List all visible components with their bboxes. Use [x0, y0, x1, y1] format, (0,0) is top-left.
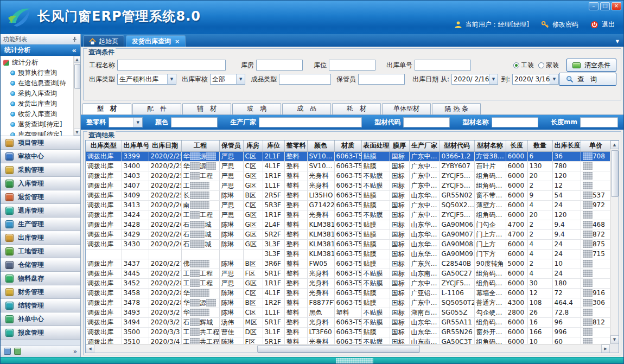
change-password-button[interactable]: 修改密码	[552, 20, 578, 29]
minimize-button[interactable]: –	[589, 2, 598, 10]
table-row[interactable]: 调拨出库34452020/2/27工██工程严思F区5R1F整料光身料6063-…	[86, 269, 610, 278]
table-row[interactable]: 调拨出库34132020/2/26南████严思C区5R3F整料G7142260…	[86, 200, 610, 210]
sidebar-menu-item[interactable]: 入库管理	[1, 177, 80, 190]
table-row[interactable]: 调拨出库34942020/3/2石██辉城汤伟M区5R1F整料光身料6063-T…	[86, 317, 610, 327]
sidebar-menu-item[interactable]: 报废管理	[1, 326, 80, 340]
sidebar-menu-item[interactable]: 退货管理	[1, 190, 80, 204]
material-tab[interactable]: 单体型材	[382, 103, 431, 114]
table-row[interactable]: 调拨出库34242020/2/26工██工程严思G区1R1F整料光身料6063-…	[86, 210, 610, 220]
profile-code-input[interactable]	[403, 117, 450, 127]
radio-home[interactable]	[538, 62, 544, 68]
table-row[interactable]: 调拨出库34292020/2/26石███城陈琳G区5R2F整料KLM38176…	[86, 229, 610, 239]
column-header[interactable]: 保管员	[219, 141, 243, 151]
color-input[interactable]	[171, 117, 218, 127]
material-tab[interactable]: 配 件	[132, 103, 181, 114]
manufacturer-input[interactable]	[259, 117, 362, 127]
column-header[interactable]: 型材名称	[474, 141, 506, 151]
sidebar-menu-item[interactable]: 采购管理	[1, 163, 80, 177]
material-tab[interactable]: 耗 材	[332, 103, 381, 114]
close-button[interactable]: ×	[612, 2, 621, 10]
table-row[interactable]: 调拨出库34302020/2/26石███城陈琳G区3L3F整料KLM38176…	[86, 239, 610, 249]
clear-conditions-button[interactable]: 清空条件	[566, 59, 616, 72]
column-header[interactable]: 材质	[334, 141, 361, 151]
more-buttons-icon[interactable]: »	[73, 348, 77, 355]
table-row[interactable]: 调拨出库34072020/2/25工████严思G区1L1F整料光身料6063-…	[86, 181, 610, 190]
material-tab[interactable]: 成 品	[282, 103, 331, 114]
product-type-input[interactable]	[279, 74, 331, 85]
scrollbar-thumb[interactable]	[257, 345, 420, 353]
sidebar-menu-item[interactable]: 项目管理	[1, 136, 80, 150]
scroll-up-icon[interactable]: ▲	[610, 141, 619, 149]
order-no-input[interactable]	[415, 60, 471, 71]
horizontal-scrollbar[interactable]: ◀ ▶	[86, 344, 610, 353]
project-name-input[interactable]	[117, 60, 226, 71]
sidebar-menu-item[interactable]: 财务管理	[1, 285, 80, 299]
search-button[interactable]: 查 询	[559, 73, 616, 86]
tree-item[interactable]: 采购入库查询	[3, 88, 73, 99]
tab[interactable]: 起始页	[83, 35, 124, 47]
close-tab-icon[interactable]: ×	[175, 38, 180, 45]
column-header[interactable]: 单价	[581, 141, 610, 151]
column-header[interactable]: 长度	[506, 141, 527, 151]
table-row[interactable]: 调拨出库35102020/3/4工██共工程陈琳F区5R1F整料光身料6063-…	[86, 337, 610, 344]
tab-overflow-icon[interactable]: ▼	[616, 39, 619, 44]
scroll-down-icon[interactable]: ▼	[610, 335, 619, 344]
table-row[interactable]: 调拨出库34002020/2/25华██源██严思C区4L1F整料SV10…60…	[86, 161, 610, 171]
column-header[interactable]: 颜色	[307, 141, 334, 151]
radio-industrial[interactable]	[513, 62, 519, 68]
tree-root[interactable]: 统计分析	[3, 58, 73, 68]
tree-item[interactable]: 收货入库查询	[3, 109, 73, 119]
tree-item[interactable]: 在途信息查询[待	[3, 78, 73, 88]
collapse-icon[interactable]: «	[72, 48, 77, 53]
sidebar-menu-item[interactable]: 工地管理	[1, 245, 80, 258]
material-tab[interactable]: 辅 材	[182, 103, 231, 114]
date-to-picker[interactable]: 2020/ 3/16 ▼	[512, 74, 559, 85]
tree-item[interactable]: 退货查询[待定]	[3, 119, 73, 130]
column-header[interactable]: 数量	[527, 141, 552, 151]
tree-item[interactable]: 发货出库查询	[3, 99, 73, 109]
date-from-picker[interactable]: 2020/ 2/16 ▼	[451, 74, 498, 85]
sidebar-menu-item[interactable]: 仓储管理	[1, 258, 80, 272]
material-tab[interactable]: 型 材	[82, 103, 131, 114]
table-row[interactable]: 调拨出库34032020/2/25工██工程严思G区1R1F整料光身料6063-…	[86, 171, 610, 181]
tab[interactable]: 发货出库查询 ×	[126, 35, 186, 47]
scroll-left-icon[interactable]: ◀	[86, 344, 94, 353]
material-tab[interactable]: 隔 热 条	[432, 103, 481, 114]
outbound-type-select[interactable]: 生产领料出库 ▼	[117, 74, 176, 85]
column-header[interactable]: 出库日期	[149, 141, 181, 151]
table-row[interactable]: 调拨出库34582020/2/28华████陈琳C区4L1F整料光身料6063-…	[86, 288, 610, 298]
tree-item[interactable]: 库存管理[待定]	[3, 130, 73, 136]
vertical-scrollbar[interactable]: ▲ ▼	[610, 141, 619, 344]
scrollbar-thumb[interactable]	[611, 150, 619, 197]
column-header[interactable]: 出库类型	[86, 141, 122, 151]
table-row[interactable]: 调拨出库34282020/2/26石███城陈琳G区2L4F整料KLM38176…	[86, 220, 610, 229]
location-input[interactable]	[329, 60, 375, 71]
column-header[interactable]: 表面处理	[361, 141, 390, 151]
scroll-down-icon[interactable]: ▼	[74, 129, 81, 136]
table-row[interactable]: 调拨出库34092020/2/25长████陈琳B区2R5F整料LI35HO60…	[86, 190, 610, 200]
sidebar-menu-item[interactable]: 补单中心	[1, 312, 80, 326]
length-input[interactable]	[580, 117, 618, 127]
table-row[interactable]: 调拨出库34372020/2/27佛████陈琳B区3R6F整料FW056063…	[86, 259, 610, 269]
warehouse-input[interactable]	[256, 60, 303, 71]
material-tab[interactable]: 玻 璃	[232, 103, 281, 114]
keeper-input[interactable]	[358, 74, 405, 85]
logout-button[interactable]: 退出	[602, 20, 615, 29]
scrollbar-thumb[interactable]	[74, 64, 80, 89]
table-row[interactable]: 3L3F整料KLM38176063-T5贴膜国标山东华…GA90M09…门下方6…	[86, 249, 610, 259]
table-row[interactable]: 调拨出库35002020/3/3工██共工程曹佳D区3L1F整料LT3F6060…	[86, 327, 610, 337]
sidebar-section-header[interactable]: 统计分析 «	[1, 44, 80, 56]
column-header[interactable]: 出库长度	[552, 141, 581, 151]
column-header[interactable]: 出库单号	[122, 141, 149, 151]
table-row[interactable]: 调拨出库34932020/3/2华████陈琳C区1L1F整料黑色塑料不贴膜国标…	[86, 308, 610, 317]
sidebar-menu-item[interactable]: 物料盘存	[1, 272, 80, 285]
table-row[interactable]: 调拨出库34522020/2/28工██工程严思G区1R1F整料光身料6063-…	[86, 278, 610, 288]
column-header[interactable]: 生产厂家	[409, 141, 440, 151]
nav-buttons-icon[interactable]	[4, 348, 11, 355]
column-header[interactable]: 工程	[181, 141, 219, 151]
nav-computer-icon[interactable]	[14, 348, 21, 355]
column-header[interactable]: 膜厚	[390, 141, 409, 151]
profile-name-input[interactable]	[492, 117, 538, 127]
table-row[interactable]: 调拨出库34782020/2/28华██源██陈琳B区1R2F整料F8877FT…	[86, 298, 610, 308]
sidebar-menu-item[interactable]: 审核中心	[1, 150, 80, 163]
